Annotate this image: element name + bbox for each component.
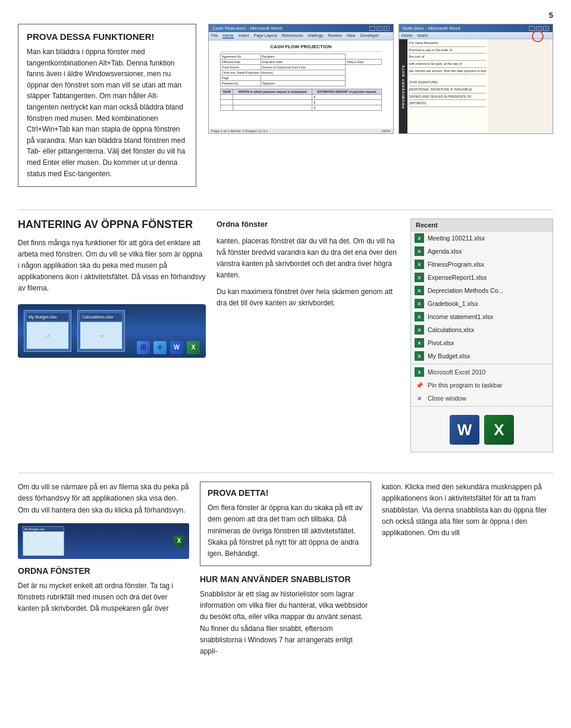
close-window-icon: ✕ bbox=[415, 393, 424, 403]
section-divider-1 bbox=[18, 210, 553, 210]
recent-file-expense: ExpenseReport1.xlsx bbox=[428, 274, 487, 281]
preview-calc-icon: 📊 bbox=[99, 333, 103, 338]
recent-panel: Recent X Meeting 100211.xlsx X Agenda.xl… bbox=[410, 218, 553, 452]
recent-file-budget: My Budget.xlsx bbox=[428, 352, 470, 360]
top-section: PROVA DESSA FUNKTIONER! Man kan bläddra … bbox=[18, 24, 553, 187]
promissory-wrapper: PROMISSORY NOTE For Value Received, Prom… bbox=[399, 39, 488, 133]
cashflow-doc: CASH FLOW PROJECTION Agreement NoRecipie… bbox=[209, 40, 393, 129]
ribbon-tab-home[interactable]: Home bbox=[222, 33, 234, 39]
pn-close-btn[interactable]: × bbox=[543, 26, 549, 31]
action-pin[interactable]: 📌 Pin this program to taskbar bbox=[411, 379, 553, 392]
pin-icon: 📌 bbox=[415, 380, 424, 390]
zoom-info: 100% bbox=[381, 129, 390, 133]
recent-item-expense[interactable]: X ExpenseReport1.xlsx bbox=[411, 271, 553, 284]
col2: Ordna fönster kanten, placeras fönstret … bbox=[217, 218, 400, 452]
cashflow-data-table: YEARMONTH in which payment request is an… bbox=[220, 89, 382, 111]
windows-icon[interactable]: ⊞ bbox=[137, 341, 150, 354]
ordna-title: ORDNA FÖNSTER bbox=[18, 566, 189, 576]
maximize-btn[interactable]: □ bbox=[377, 26, 382, 31]
preview-thumbs: My Budget.xlsx 📊 bbox=[24, 310, 71, 352]
prova-box-area: PROVA DESSA FUNKTIONER! Man kan bläddra … bbox=[18, 24, 196, 187]
ribbon-tab-file[interactable]: File bbox=[211, 33, 218, 39]
ribbon-tab-insert[interactable]: Insert bbox=[239, 33, 249, 39]
pn-line-7: [ADDITIONAL SIGNATURE IF AVAILABLE] bbox=[409, 88, 487, 93]
xlsx-icon-pivot: X bbox=[415, 338, 424, 348]
pn-ribbon: Home Insert bbox=[399, 32, 553, 39]
ribbon-tab-view[interactable]: View bbox=[346, 33, 355, 39]
hur-title: HUR MAN ANVÄNDER SNABBLISTOR bbox=[200, 574, 371, 584]
cashflow-titlebar: Cash Flow.docx - Microsoft Word _ □ × bbox=[209, 24, 393, 32]
preview-budget-icon: 📊 bbox=[46, 333, 49, 338]
excel-icon[interactable]: X bbox=[187, 341, 200, 354]
xlsx-icon-income: X bbox=[415, 312, 424, 321]
ribbon-tab-developer[interactable]: Developer bbox=[360, 33, 379, 39]
recent-file-depreciation: Depreciation Methods Co... bbox=[428, 287, 503, 294]
cashflow-title: Cash Flow.docx - Microsoft Word bbox=[212, 26, 282, 31]
pn-minimize-btn[interactable]: _ bbox=[529, 26, 535, 31]
bottom-left: Om du vill se närmare på en av filerna s… bbox=[18, 482, 189, 662]
promissory-screenshot: Note.docx - Microsoft Word _ □ × Home In… bbox=[399, 24, 553, 134]
xlsx-icon-budget: X bbox=[415, 351, 424, 361]
col1: HANTERING AV ÖPPNA FÖNSTER Det finns mån… bbox=[18, 218, 206, 452]
pn-content-area: PROMISSORY NOTE For Value Received, Prom… bbox=[399, 39, 553, 133]
col1-para1: Det finns många nya funktioner för att g… bbox=[18, 238, 206, 295]
taskbar-preview: My Budget.xlsx 📊 Calculations.xlsx 📊 bbox=[18, 304, 206, 358]
action-excel2010[interactable]: X Microsoft Excel 2010 bbox=[411, 365, 553, 379]
recent-file-fitness: FitnessProgram.xlsx bbox=[428, 261, 484, 268]
recent-item-income[interactable]: X Income statement1.xlsx bbox=[411, 310, 553, 323]
middle-section: HANTERING AV ÖPPNA FÖNSTER Det finns mån… bbox=[18, 218, 553, 452]
ribbon-tab-references[interactable]: References bbox=[282, 33, 303, 39]
preview-calc-body: 📊 bbox=[80, 322, 122, 349]
preview-my-budget[interactable]: My Budget.xlsx 📊 bbox=[24, 310, 71, 352]
screenshot-pair: Cash Flow.docx - Microsoft Word _ □ × Fi… bbox=[208, 24, 553, 134]
xlsx-icon-fitness: X bbox=[415, 260, 424, 269]
recent-item-depreciation[interactable]: X Depreciation Methods Co... bbox=[411, 284, 553, 297]
preview-calculations[interactable]: Calculations.xlsx 📊 bbox=[77, 310, 125, 352]
page-info: Page 1 of 1 Words: 0 English (U.S.) bbox=[211, 129, 268, 133]
close-btn[interactable]: × bbox=[384, 26, 390, 31]
recent-item-meeting[interactable]: X Meeting 100211.xlsx bbox=[411, 232, 553, 245]
taskbar-icons: ⊞ e W X bbox=[137, 341, 200, 354]
taskbar-small-icons: X bbox=[174, 536, 184, 546]
small-preview-1[interactable]: My Budget.xlsx bbox=[23, 526, 64, 556]
section-main-title: HANTERING AV ÖPPNA FÖNSTER bbox=[18, 218, 206, 232]
recent-file-income: Income statement1.xlsx bbox=[428, 313, 493, 320]
xlsx-icon-agenda: X bbox=[415, 246, 424, 256]
pn-ribbon-home[interactable]: Home bbox=[401, 33, 413, 38]
minimize-btn[interactable]: _ bbox=[369, 26, 375, 31]
screenshots-area: Cash Flow.docx - Microsoft Word _ □ × Fi… bbox=[208, 24, 553, 187]
prova-text: Man kan bläddra i öppna fönster med tang… bbox=[27, 46, 187, 179]
small-excel-icon[interactable]: X bbox=[174, 536, 184, 546]
three-col-layout: HANTERING AV ÖPPNA FÖNSTER Det finns mån… bbox=[18, 218, 553, 452]
ie-icon[interactable]: e bbox=[153, 341, 167, 354]
recent-item-fitness[interactable]: X FitnessProgram.xlsx bbox=[411, 258, 553, 271]
pn-line-1: For Value Received, bbox=[409, 41, 487, 47]
ribbon-area: File Home Insert Page Layout References … bbox=[209, 32, 393, 40]
cashflow-table: Agreement NoRecipient Effective DateExpi… bbox=[220, 54, 382, 86]
doc-divider bbox=[220, 51, 382, 52]
col2-para2: Du kan maximera fönstret över hela skärm… bbox=[217, 286, 400, 309]
word-icon[interactable]: W bbox=[170, 341, 183, 354]
ribbon-tab-pagelayout[interactable]: Page Layout bbox=[253, 33, 277, 39]
preview-thumbs2: Calculations.xlsx 📊 bbox=[77, 310, 125, 352]
small-preview-body1 bbox=[23, 532, 64, 555]
recent-item-budget[interactable]: X My Budget.xlsx bbox=[411, 349, 553, 363]
recent-item-agenda[interactable]: X Agenda.xlsx bbox=[411, 245, 553, 258]
recent-item-pivot[interactable]: X Pivot.xlsx bbox=[411, 336, 553, 349]
ribbon-tab-mailings[interactable]: Mailings bbox=[308, 33, 324, 39]
hur-text: Snabblistor är ett slag av historielis­t… bbox=[200, 589, 371, 657]
preview-budget-body: 📊 bbox=[27, 322, 68, 349]
page-number: 5 bbox=[549, 11, 553, 20]
ribbon-tab-review[interactable]: Review bbox=[328, 33, 341, 39]
pn-line-3: the sum of bbox=[409, 55, 487, 61]
prova-title: PROVA DESSA FUNKTIONER! bbox=[27, 32, 187, 42]
action-close[interactable]: ✕ Close window bbox=[411, 392, 553, 405]
recent-item-gradebook[interactable]: X Gradebook_1.xlsx bbox=[411, 297, 553, 310]
action-pin-label: Pin this program to taskbar bbox=[428, 382, 502, 389]
pn-line-8: SIGNED AND SEALED IN PRESENCE OF bbox=[409, 95, 487, 101]
status-bar: Page 1 of 1 Words: 0 English (U.S.) 100% bbox=[209, 129, 393, 133]
xlsx-icon-gradebook: X bbox=[415, 299, 424, 308]
recent-item-calculations[interactable]: X Calculations.xlsx bbox=[411, 323, 553, 336]
promissory-content: For Value Received, Promise to pay to th… bbox=[407, 39, 488, 133]
pn-ribbon-insert[interactable]: Insert bbox=[418, 33, 428, 38]
